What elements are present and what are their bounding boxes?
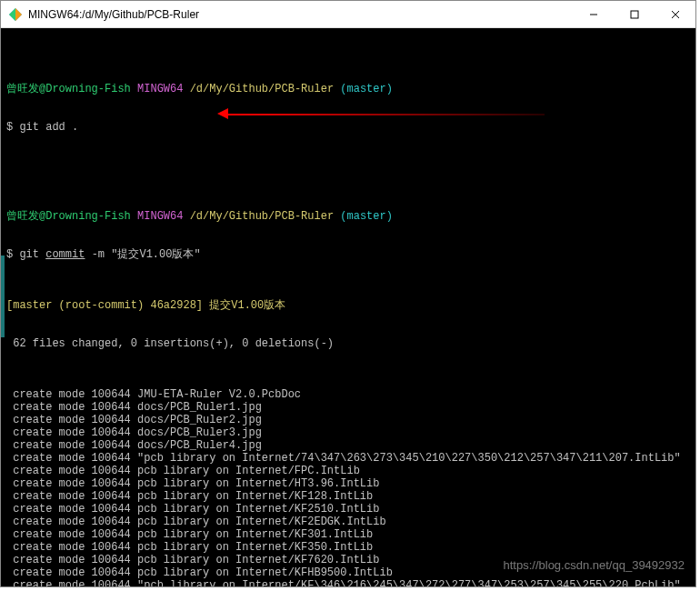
command-line: $ git add . — [6, 121, 690, 134]
svg-marker-2 — [9, 8, 15, 21]
output-line: create mode 100644 pcb library on Intern… — [6, 541, 690, 554]
prompt-host: MINGW64 — [137, 210, 183, 223]
blank-line — [6, 159, 690, 172]
svg-rect-4 — [631, 11, 638, 18]
output-lines: create mode 100644 JMU-ETA-Ruler V2.0.Pc… — [6, 388, 690, 586]
output-line: create mode 100644 JMU-ETA-Ruler V2.0.Pc… — [6, 388, 690, 401]
output-line: create mode 100644 docs/PCB_Ruler1.jpg — [6, 401, 690, 414]
output-line: create mode 100644 pcb library on Intern… — [6, 465, 690, 477]
output-line: create mode 100644 "pcb library on Inter… — [6, 452, 690, 465]
prompt-host: MINGW64 — [137, 83, 183, 95]
commit-stats: 62 files changed, 0 insertions(+), 0 del… — [6, 337, 690, 350]
output-line: create mode 100644 pcb library on Intern… — [6, 516, 690, 528]
output-line: create mode 100644 pcb library on Intern… — [6, 503, 690, 516]
annotation-arrow — [217, 110, 545, 119]
output-line: create mode 100644 docs/PCB_Ruler2.jpg — [6, 414, 690, 426]
scrollbar-indicator[interactable] — [1, 255, 5, 337]
window-controls — [573, 1, 695, 27]
prompt-line: 曾旺发@Drowning-Fish MINGW64 /d/My/Github/P… — [6, 210, 690, 223]
prompt-branch: (master) — [340, 83, 393, 95]
command-line: $ git commit -m "提交V1.00版本" — [6, 248, 690, 261]
command-text: git add . — [19, 121, 78, 134]
terminal-body[interactable]: 曾旺发@Drowning-Fish MINGW64 /d/My/Github/P… — [1, 28, 695, 586]
maximize-button[interactable] — [614, 1, 655, 28]
prompt-path: /d/My/Github/PCB-Ruler — [190, 83, 334, 95]
prompt-user: 曾旺发@Drowning-Fish — [6, 210, 131, 223]
output-line: create mode 100644 "pcb library on Inter… — [6, 579, 690, 586]
close-button[interactable] — [655, 1, 695, 28]
prompt-user: 曾旺发@Drowning-Fish — [6, 83, 131, 95]
window-title: MINGW64:/d/My/Github/PCB-Ruler — [28, 8, 573, 21]
commit-summary: [master (root-commit) 46a2928] 提交V1.00版本 — [6, 299, 690, 312]
output-line: create mode 100644 pcb library on Intern… — [6, 528, 690, 541]
prompt-branch: (master) — [340, 210, 393, 223]
output-line: create mode 100644 docs/PCB_Ruler4.jpg — [6, 439, 690, 452]
prompt-line: 曾旺发@Drowning-Fish MINGW64 /d/My/Github/P… — [6, 83, 690, 95]
title-bar[interactable]: MINGW64:/d/My/Github/PCB-Ruler — [1, 1, 695, 28]
output-line: create mode 100644 pcb library on Intern… — [6, 554, 690, 566]
output-line: create mode 100644 pcb library on Intern… — [6, 477, 690, 490]
app-icon — [8, 7, 23, 22]
output-line: create mode 100644 docs/PCB_Ruler3.jpg — [6, 426, 690, 439]
minimize-button[interactable] — [573, 1, 614, 28]
svg-marker-1 — [15, 8, 22, 21]
output-line: create mode 100644 pcb library on Intern… — [6, 490, 690, 503]
terminal-window: MINGW64:/d/My/Github/PCB-Ruler 曾旺发@Drown… — [0, 0, 696, 587]
prompt-path: /d/My/Github/PCB-Ruler — [190, 210, 334, 223]
output-line: create mode 100644 pcb library on Intern… — [6, 566, 690, 579]
